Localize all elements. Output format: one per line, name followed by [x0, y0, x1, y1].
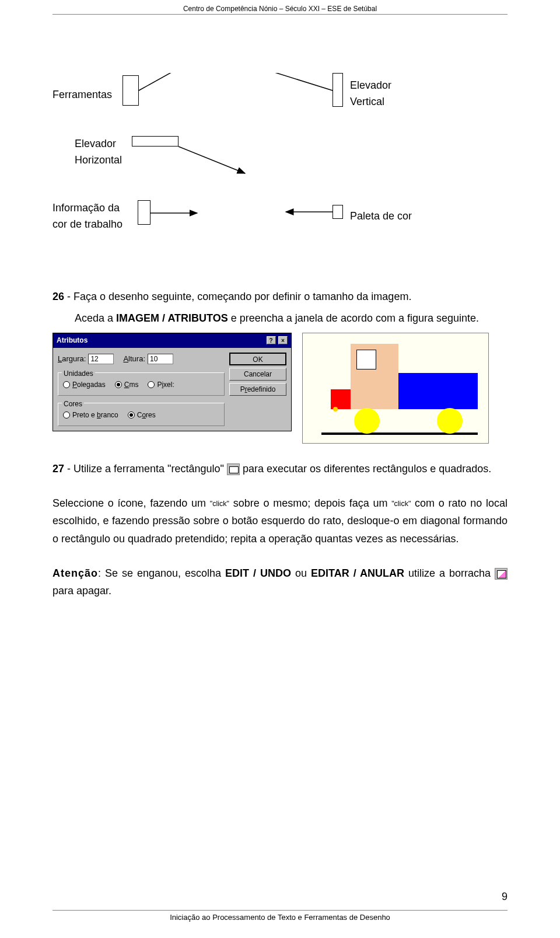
- box-ferramentas: [123, 75, 139, 106]
- att-a: : Se se enganou, escolha: [98, 567, 225, 579]
- label-paleta: Paleta de cor: [350, 207, 412, 225]
- step-27-a: - Utilize a ferramenta "rectângulo": [64, 463, 227, 475]
- group-cores: Preto e branco Cores: [58, 403, 225, 426]
- svg-line-2: [178, 147, 245, 173]
- header-title: Centro de Competência Nónio – Século XXI…: [183, 5, 377, 13]
- dialog-titlebar: Atributos ? ×: [53, 333, 291, 347]
- atributos-dialog: Atributos ? × Largura: Altura:: [52, 333, 292, 431]
- click-1: "click": [210, 500, 229, 508]
- truck-window: [356, 350, 376, 369]
- att-c: para apagar.: [52, 585, 111, 597]
- att-b: utilize a borracha: [404, 567, 495, 579]
- largura-input[interactable]: [88, 354, 114, 364]
- label-elev-h1: Elevador: [75, 135, 116, 153]
- dialog-title: Atributos: [57, 334, 88, 346]
- radio-pixel[interactable]: Pixel:: [148, 379, 174, 390]
- att-bold2: EDITAR / ANULAR: [311, 567, 404, 579]
- truck-ground: [321, 433, 478, 435]
- group-unidades: Polegadas Cms Pixel:: [58, 372, 225, 396]
- radio-polegadas[interactable]: Polegadas: [63, 379, 106, 390]
- step-27-p2: Seleccione o ícone, fazendo um "click" s…: [52, 494, 508, 548]
- step-27-b: para executar os diferentes rectângulos …: [243, 463, 491, 475]
- box-info: [138, 200, 150, 225]
- step-26-text-a: - Faça o desenho seguinte, começando por…: [64, 291, 411, 302]
- step-26-p1: 26 - Faça o desenho seguinte, começando …: [52, 288, 508, 306]
- eraser-tool-icon: [495, 568, 508, 580]
- cancel-button[interactable]: Cancelar: [229, 368, 286, 381]
- ok-button[interactable]: OK: [229, 353, 286, 365]
- att-bold1: EDIT / UNDO: [225, 567, 291, 579]
- click-2: "click": [391, 500, 411, 508]
- label-elev-v2: Vertical: [350, 93, 384, 111]
- label-elev-h2: Horizontal: [75, 151, 122, 169]
- page-header: Centro de Competência Nónio – Século XXI…: [0, 0, 560, 13]
- dialog-help-icon[interactable]: ?: [267, 336, 276, 344]
- label-ferramentas: Ferramentas: [52, 86, 112, 104]
- p2b: sobre o mesmo; depois faça um: [229, 497, 391, 509]
- page-footer: Iniciação ao Processamento de Texto e Fe…: [0, 909, 560, 922]
- attention-label: Atenção: [52, 567, 98, 579]
- rectangle-tool-icon: [227, 463, 240, 475]
- toolbar-diagram: Ferramentas Elevador Vertical Elevador H…: [52, 73, 508, 271]
- step-27-num: 27: [52, 463, 64, 475]
- step-26-num: 26: [52, 291, 64, 302]
- radio-cms[interactable]: Cms: [115, 379, 139, 390]
- truck-wheel-1: [354, 408, 380, 434]
- diagram-arrows: [52, 73, 508, 271]
- step-26-bold: IMAGEM / ATRIBUTOS: [116, 312, 228, 324]
- truck-light: [333, 407, 338, 412]
- box-paleta: [332, 205, 343, 219]
- svg-line-0: [139, 73, 191, 90]
- label-elev-v1: Elevador: [350, 76, 391, 95]
- radio-pb[interactable]: Preto e branco: [63, 409, 118, 421]
- altura-input[interactable]: [148, 354, 173, 364]
- page-number: 9: [502, 891, 508, 903]
- largura-field: Largura:: [58, 353, 114, 365]
- box-elev-h: [132, 136, 178, 147]
- att-mid: ou: [291, 567, 311, 579]
- p2a: Seleccione o ícone, fazendo um: [52, 497, 210, 509]
- largura-label: Largura:: [58, 353, 86, 365]
- footer-title: Iniciação ao Processamento de Texto e Fe…: [0, 913, 560, 922]
- dialog-close-icon[interactable]: ×: [278, 336, 288, 344]
- truck-wheel-2: [437, 408, 463, 434]
- dialog-buttons: OK Cancelar Predefinido: [229, 353, 286, 427]
- svg-line-1: [239, 73, 332, 90]
- altura-label: Altura:: [123, 353, 145, 365]
- dialog-body: Largura: Altura: Polegadas Cms Pixel:: [53, 348, 291, 431]
- step-26-b2: e preencha a janela de acordo com a figu…: [228, 312, 479, 324]
- truck-illustration: [302, 333, 489, 444]
- content-area: Ferramentas Elevador Vertical Elevador H…: [52, 15, 508, 600]
- truck-body: [398, 373, 478, 409]
- altura-field: Altura:: [123, 353, 173, 365]
- attention-para: Atenção: Se se enganou, escolha EDIT / U…: [52, 564, 508, 600]
- step-27-p1: 27 - Utilize a ferramenta "rectângulo" p…: [52, 460, 508, 478]
- footer-rule: [52, 910, 508, 911]
- predefinido-button[interactable]: Predefinido: [229, 383, 286, 396]
- box-elev-v: [332, 73, 343, 107]
- radio-cores[interactable]: Cores: [128, 409, 156, 421]
- dialog-and-illustration-row: Atributos ? × Largura: Altura:: [52, 333, 508, 444]
- dialog-left: Largura: Altura: Polegadas Cms Pixel:: [58, 353, 225, 427]
- truck-front: [331, 389, 351, 409]
- step-26-p2: Aceda a IMAGEM / ATRIBUTOS e preencha a …: [52, 309, 508, 327]
- label-info2: cor de trabalho: [52, 215, 123, 233]
- step-26-b1: Aceda a: [75, 312, 116, 324]
- label-info1: Informação da: [52, 199, 120, 217]
